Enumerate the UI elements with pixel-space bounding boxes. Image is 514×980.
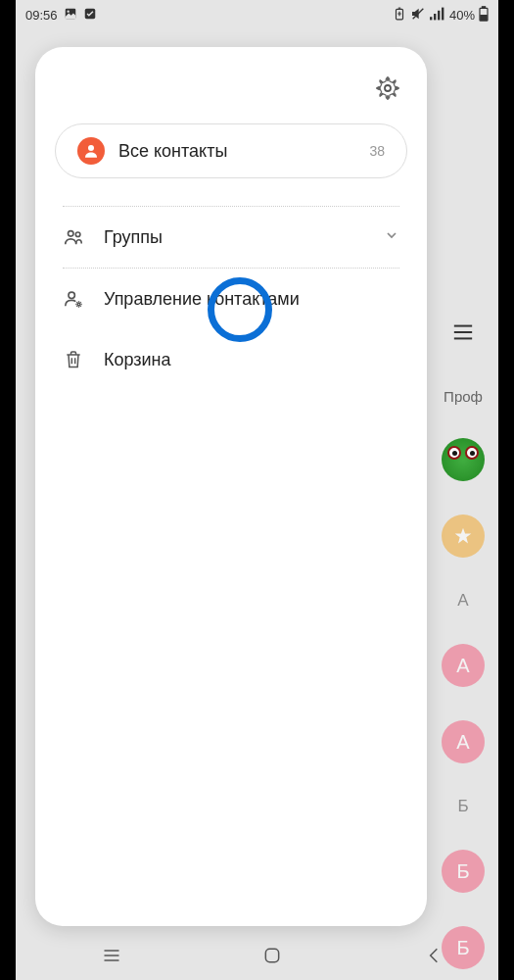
navigation-drawer: Все контакты 38 Группы Управление контак… — [35, 47, 427, 926]
home-button[interactable] — [243, 946, 302, 965]
person-icon — [77, 137, 105, 165]
groups-item[interactable]: Группы — [35, 207, 427, 268]
svg-point-17 — [77, 303, 80, 306]
svg-point-14 — [69, 231, 74, 237]
trash-icon — [63, 349, 84, 370]
contact-avatar[interactable]: А — [442, 644, 485, 687]
menu-icon[interactable] — [452, 323, 474, 345]
svg-rect-11 — [481, 15, 487, 20]
groups-icon — [63, 226, 84, 248]
mute-icon — [410, 6, 426, 24]
manage-contacts-icon — [63, 288, 84, 310]
svg-point-16 — [69, 292, 74, 298]
section-letter-a: А — [457, 591, 468, 611]
profile-avatar[interactable] — [442, 438, 485, 481]
signal-icon — [430, 7, 445, 24]
trash-label: Корзина — [104, 350, 399, 370]
battery-icon — [479, 6, 489, 24]
groups-label: Группы — [104, 227, 364, 248]
svg-rect-10 — [482, 6, 485, 8]
recents-button[interactable] — [82, 948, 141, 963]
section-letter-b: Б — [457, 797, 468, 816]
contact-avatar[interactable]: Б — [442, 850, 485, 893]
profile-section-label: Проф — [444, 388, 483, 405]
svg-rect-7 — [438, 10, 440, 20]
battery-percent: 40% — [449, 8, 475, 23]
all-contacts-button[interactable]: Все контакты 38 — [55, 123, 407, 178]
battery-saver-icon — [393, 7, 406, 24]
clock: 09:56 — [25, 8, 58, 23]
svg-rect-6 — [434, 14, 436, 20]
manage-contacts-item[interactable]: Управление контактами — [35, 269, 427, 329]
svg-point-12 — [385, 85, 391, 91]
svg-point-15 — [75, 232, 80, 237]
status-bar: 09:56 40% — [16, 0, 498, 29]
check-icon — [83, 7, 97, 24]
manage-contacts-label: Управление контактами — [104, 289, 399, 310]
image-icon — [64, 7, 77, 24]
settings-icon[interactable] — [376, 76, 399, 104]
navigation-bar — [31, 939, 514, 972]
svg-point-1 — [67, 10, 69, 12]
contacts-count: 38 — [369, 143, 385, 159]
chevron-down-icon — [384, 227, 399, 247]
svg-rect-8 — [442, 7, 444, 20]
favorite-avatar[interactable] — [442, 514, 485, 558]
back-button[interactable] — [404, 946, 463, 965]
all-contacts-label: Все контакты — [118, 141, 355, 162]
trash-item[interactable]: Корзина — [35, 329, 427, 390]
svg-rect-24 — [266, 949, 279, 961]
svg-rect-5 — [430, 17, 432, 20]
contact-avatar[interactable]: А — [442, 720, 485, 763]
svg-point-13 — [88, 145, 94, 151]
contacts-list-partial: Проф А А А Б Б Б — [428, 323, 498, 969]
